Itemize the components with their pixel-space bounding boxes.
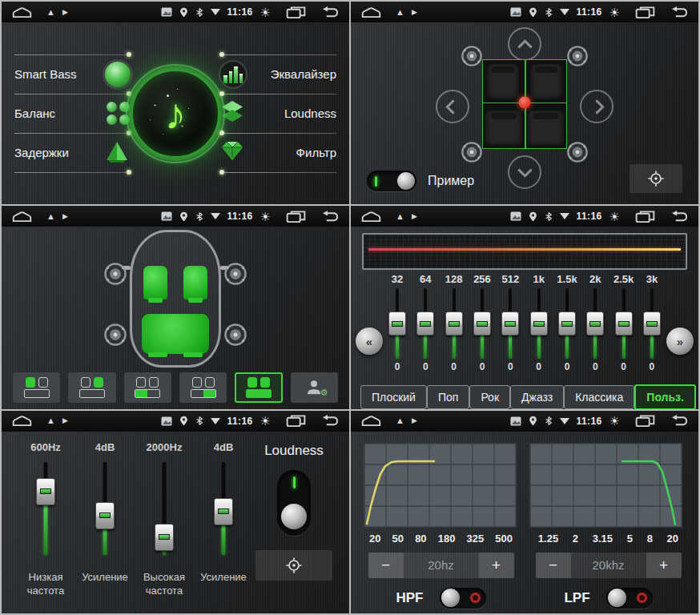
back-icon[interactable] (669, 6, 689, 19)
lpf-toggle[interactable] (606, 588, 653, 609)
home-icon[interactable] (360, 415, 382, 427)
brightness-icon: ☀ (260, 211, 271, 223)
eq-band-slider[interactable] (642, 287, 662, 360)
balance-position-dot[interactable] (519, 96, 531, 108)
menu-item-loudness[interactable]: Loudness (220, 95, 336, 132)
eq-preset-jazz[interactable]: Джазз (510, 385, 564, 409)
home-icon[interactable] (11, 415, 33, 427)
freq-tick: 3.15 (593, 533, 613, 545)
slider-knob[interactable] (36, 478, 55, 505)
demo-toggle[interactable] (367, 171, 416, 191)
home-icon[interactable] (11, 211, 33, 223)
eq-preset-flat[interactable]: Плоский (360, 385, 427, 409)
back-icon[interactable] (320, 414, 340, 428)
recents-icon[interactable] (635, 414, 655, 428)
slider-label: Усиление (82, 571, 128, 585)
hpf-plus-button[interactable]: + (479, 553, 514, 578)
seat-preset-all[interactable] (235, 372, 282, 403)
slider-knob[interactable] (501, 312, 519, 336)
recents-icon[interactable] (286, 6, 306, 19)
eq-band-slider[interactable] (614, 287, 634, 360)
hpf-toggle[interactable] (440, 588, 486, 609)
eq-bands: 32 0 64 0 128 (351, 270, 698, 373)
divider (220, 133, 336, 134)
car-seat-front-left[interactable] (143, 266, 167, 299)
reset-button[interactable] (255, 550, 332, 581)
home-icon[interactable] (360, 211, 382, 223)
recents-icon[interactable] (286, 414, 306, 428)
fader-up-button[interactable] (508, 27, 541, 61)
seat-preset-rear-left[interactable] (124, 372, 171, 403)
recents-icon[interactable] (635, 6, 655, 19)
loudness-screen: 600Hz Низкая частота 4dB Усиление 2000 (2, 432, 349, 613)
balance-left-button[interactable] (436, 90, 469, 123)
recents-icon[interactable] (286, 210, 306, 223)
eq-band-value: 0 (451, 361, 457, 373)
loudness-toggle[interactable] (277, 470, 311, 536)
eq-band-value: 0 (423, 361, 428, 373)
slider-knob[interactable] (155, 524, 174, 551)
hpf-minus-button[interactable]: − (368, 553, 404, 578)
brightness-icon: ☀ (609, 6, 620, 18)
slider-knob[interactable] (445, 312, 463, 336)
menu-item-delays[interactable]: Задержки (14, 135, 131, 171)
lpf-minus-button[interactable]: − (536, 553, 571, 578)
play-indicator-icon: ▶ (412, 213, 417, 220)
slider-knob[interactable] (558, 312, 576, 336)
eq-band-slider[interactable] (557, 287, 577, 360)
eq-band-slider[interactable] (444, 287, 465, 360)
fader-down-button[interactable] (508, 155, 541, 189)
high-gain-slider[interactable] (213, 462, 234, 561)
eq-band-frequency: 64 (420, 273, 431, 287)
menu-item-smart-bass[interactable]: Smart Bass (14, 56, 131, 93)
slider-knob[interactable] (388, 312, 406, 336)
eq-band-slider[interactable] (387, 287, 408, 360)
home-icon[interactable] (360, 6, 382, 18)
menu-label: Эквалайзер (271, 67, 336, 81)
low-gain-slider[interactable] (95, 462, 115, 561)
slider-knob[interactable] (416, 312, 434, 336)
eq-preset-pop[interactable]: Поп (427, 385, 469, 409)
wifi-icon (211, 213, 220, 219)
gallery-icon (161, 416, 172, 426)
back-icon[interactable] (669, 210, 689, 223)
eq-band-slider[interactable] (529, 287, 549, 360)
seat-preset-front-right[interactable] (68, 372, 115, 403)
eq-preset-custom[interactable]: Польз. (634, 384, 696, 409)
slider-knob[interactable] (214, 498, 233, 525)
toggle-knob (397, 172, 415, 190)
home-icon[interactable] (11, 6, 33, 18)
back-icon[interactable] (320, 6, 340, 19)
recents-icon[interactable] (635, 210, 655, 223)
car-seat-front-right[interactable] (183, 266, 207, 299)
menu-item-balance[interactable]: Баланс (14, 95, 131, 132)
menu-item-equalizer[interactable]: Эквалайзер (220, 56, 336, 93)
toggle-knob (608, 589, 626, 607)
lpf-plus-button[interactable]: + (646, 553, 682, 578)
slider-knob[interactable] (615, 312, 633, 336)
slider-knob[interactable] (95, 502, 115, 529)
low-freq-slider[interactable] (35, 462, 56, 561)
eq-band-slider[interactable] (500, 287, 521, 360)
slider-knob[interactable] (643, 312, 661, 336)
eq-band-slider[interactable] (585, 287, 605, 360)
seat-preset-custom[interactable]: ⚙ (291, 372, 338, 403)
eq-band-slider[interactable] (415, 287, 436, 360)
slider-knob[interactable] (586, 312, 604, 336)
filter-screen: 205080180325500 1.2523.155820 − 20hz + − (351, 432, 698, 613)
high-freq-slider[interactable] (154, 462, 175, 561)
slider-knob[interactable] (530, 312, 548, 336)
seat-preset-rear-right[interactable] (179, 372, 227, 403)
hpf-ticks: 205080180325500 (364, 533, 518, 545)
eq-band-slider[interactable] (472, 287, 493, 360)
balance-right-button[interactable] (580, 90, 614, 123)
slider-knob[interactable] (473, 312, 491, 336)
car-seat-rear-bench[interactable] (142, 314, 209, 354)
menu-item-filter[interactable]: Фильтр (220, 135, 336, 171)
back-icon[interactable] (320, 210, 340, 223)
eq-preset-rock[interactable]: Рок (469, 385, 510, 409)
eq-preset-classic[interactable]: Классика (564, 385, 634, 409)
reset-center-button[interactable] (630, 164, 682, 193)
seat-preset-front-left[interactable] (13, 372, 60, 403)
back-icon[interactable] (669, 414, 689, 428)
